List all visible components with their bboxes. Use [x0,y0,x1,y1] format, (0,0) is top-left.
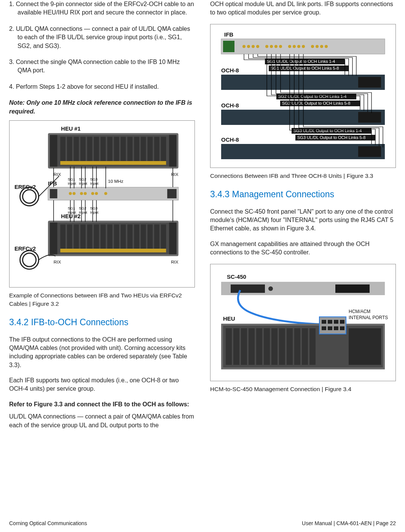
svg-text:Input: Input [79,210,87,214]
svg-rect-12 [114,137,119,165]
svg-text:Input: Input [90,181,99,185]
svg-rect-7 [80,137,86,165]
svg-point-26 [69,192,72,195]
step-3: 3. Connect the single QMA connection cab… [9,58,195,75]
svg-rect-2 [50,135,57,166]
fig33-lbl3b: SG3 UL/DL Output to OCH Links 5-8 [297,135,365,140]
svg-rect-116 [322,326,326,330]
heading-343: 3.4.3 Management Connections [210,188,396,200]
svg-rect-104 [271,328,277,365]
svg-rect-119 [340,326,344,330]
svg-rect-9 [94,137,99,165]
svg-rect-55 [161,224,166,252]
svg-rect-56 [60,249,166,252]
svg-rect-114 [334,320,338,324]
svg-point-78 [320,45,323,48]
figure-3-4-caption: HCM-to-SC-450 Management Connection | Fi… [210,385,396,393]
fig34-hcm-label-2: INTERNAL PORTS [349,315,388,320]
fig33-lbl2b: SG2 UL/DL Output to OCH Links 5-8 [282,101,350,105]
svg-rect-38 [50,222,57,254]
figure-3-4: SC-450 HEU [210,264,396,381]
fig33-lbl1b: SG1 UL/DL Output to OCH Links 5-8 [271,66,339,70]
svg-point-75 [302,45,305,48]
svg-rect-3 [169,135,177,166]
svg-rect-103 [264,328,270,365]
svg-rect-43 [80,224,86,252]
svg-rect-47 [107,224,113,252]
svg-rect-44 [87,224,92,252]
svg-rect-19 [161,137,166,165]
svg-rect-111 [319,317,346,334]
svg-rect-63 [223,41,234,52]
svg-rect-109 [309,328,316,365]
fig34-heu-label: HEU [223,315,235,322]
step-list: 1. Connect the 9-pin connector side of t… [9,0,195,91]
svg-rect-112 [322,320,326,324]
svg-rect-100 [241,328,247,365]
svg-point-79 [325,45,328,48]
svg-rect-4 [60,137,65,165]
step-2: 2. UL/DL QMA connections — connect a pai… [9,25,195,50]
svg-rect-24 [50,189,57,198]
svg-point-76 [311,45,314,48]
svg-rect-107 [294,328,300,365]
svg-rect-117 [328,326,332,330]
fig32-sg3-top: SG3 [90,177,98,181]
svg-rect-46 [100,224,106,252]
fig32-ifb-label: IFB [48,180,57,186]
svg-rect-99 [233,328,239,365]
svg-rect-108 [302,328,308,365]
svg-point-27 [73,192,76,195]
fig32-sg1-top: SG1 [68,177,75,181]
bold-instruction: Refer to Figure 3.3 and connect the IFB … [9,400,195,409]
svg-rect-13 [121,137,126,165]
figure-3-3-caption: Connections Between IFB and Three OCH-8 … [210,172,396,180]
svg-rect-85 [358,146,381,157]
para-342b: Each IFB supports two optical modules (i… [9,376,195,393]
svg-rect-40 [60,224,65,252]
fig34-hcm-label-1: HCM/ACM [349,309,370,314]
figure-3-3: IFB OCH-8 OCH-8 OCH-8 [210,24,396,168]
svg-rect-6 [74,137,79,165]
svg-text:Input: Input [79,181,87,185]
svg-rect-48 [114,224,119,252]
svg-point-32 [104,192,107,195]
fig32-sg2-top: SG2 [79,177,86,181]
fig32-rix-top-left: RIX [54,172,61,177]
svg-rect-54 [154,224,159,252]
svg-point-30 [91,192,94,195]
svg-point-95 [268,286,273,291]
svg-rect-50 [128,224,133,252]
svg-rect-16 [141,137,146,165]
svg-text:Input: Input [68,181,76,185]
svg-rect-118 [334,326,338,330]
svg-rect-106 [287,328,293,365]
svg-rect-101 [249,328,255,365]
svg-point-64 [242,45,246,48]
svg-rect-98 [226,328,232,365]
svg-rect-51 [134,224,139,252]
svg-rect-39 [169,222,177,254]
note-clock-ref: Note: Only one 10 MHz clock reference co… [9,99,195,116]
svg-rect-15 [134,137,139,165]
svg-point-77 [316,45,319,48]
svg-text:Input: Input [90,210,99,214]
svg-rect-45 [94,224,99,252]
fig32-rix-bot-left: RIX [54,259,61,264]
fig34-sc450-label: SC-450 [227,273,246,280]
svg-rect-113 [328,320,332,324]
svg-point-72 [288,45,291,48]
footer-left: Corning Optical Communications [9,520,87,527]
para-right-top: OCH optical module UL and DL link ports.… [210,0,396,17]
svg-rect-41 [67,224,72,252]
svg-rect-93 [231,284,265,293]
fig33-och8-1: OCH-8 [221,67,239,73]
svg-rect-105 [279,328,285,365]
fig33-och8-2: OCH-8 [221,102,239,109]
svg-point-68 [265,45,268,48]
svg-rect-25 [167,189,176,198]
fig33-ifb-label: IFB [224,31,233,38]
svg-point-71 [279,45,282,48]
svg-rect-8 [87,137,92,165]
svg-point-66 [252,45,255,48]
